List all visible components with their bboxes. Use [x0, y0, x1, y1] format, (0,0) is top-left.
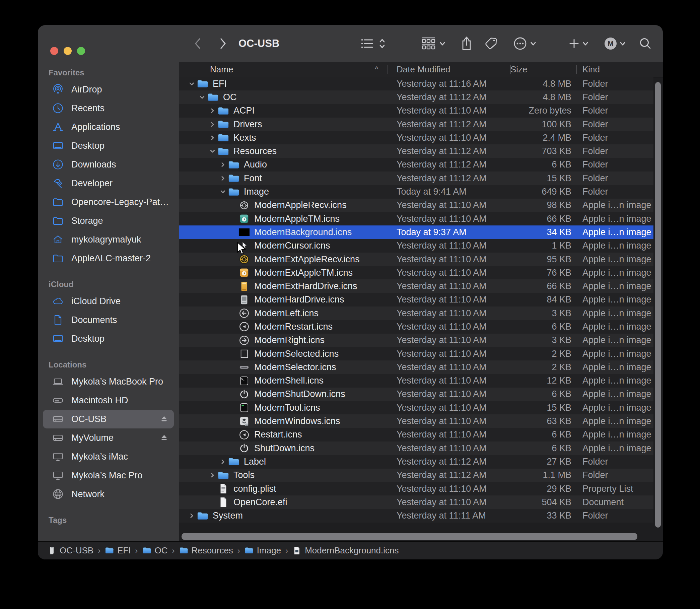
column-header-date-modified[interactable]: Date Modified	[388, 64, 510, 75]
disclosure-closed-icon[interactable]	[218, 459, 228, 465]
back-button[interactable]	[194, 25, 201, 62]
file-row-resources[interactable]: ResourcesYesterday at 11:12 AM703 KBFold…	[179, 144, 653, 158]
file-row-oc[interactable]: OCYesterday at 11:12 AM4.8 MBFolder	[179, 90, 653, 104]
forward-button[interactable]	[220, 25, 227, 62]
sidebar-item-oc-usb[interactable]: OC-USB	[43, 410, 174, 429]
file-row-modernbackground-icns[interactable]: ModernBackground.icnsToday at 9:37 AM34 …	[179, 225, 653, 239]
search-button[interactable]	[639, 25, 652, 62]
file-row-shutdown-icns[interactable]: ShutDown.icnsYesterday at 11:10 AM6 KBAp…	[179, 441, 653, 455]
share-button[interactable]	[461, 25, 472, 62]
sidebar-item-applealc-master-2[interactable]: AppleALC-master-2	[43, 249, 174, 268]
file-row-acpi[interactable]: ACPIYesterday at 11:10 AMZero bytesFolde…	[179, 104, 653, 118]
user-menu-button[interactable]: M	[605, 25, 625, 62]
disclosure-open-icon[interactable]	[187, 81, 197, 87]
file-size: 66 KB	[510, 214, 576, 224]
file-row-modernappletm-icns[interactable]: ModernAppleTM.icnsYesterday at 11:10 AM6…	[179, 212, 653, 225]
file-row-label[interactable]: LabelYesterday at 11:12 AM27 KBFolder	[179, 455, 653, 468]
column-header-kind[interactable]: Kind	[576, 64, 663, 75]
column-header-size[interactable]: Size	[510, 64, 576, 75]
disclosure-closed-icon[interactable]	[218, 176, 228, 181]
file-row-audio[interactable]: AudioYesterday at 11:12 AM6 KBFolder	[179, 158, 653, 172]
file-row-modernselected-icns[interactable]: ModernSelected.icnsYesterday at 11:10 AM…	[179, 347, 653, 361]
file-row-restart-icns[interactable]: Restart.icnsYesterday at 11:10 AM6 KBApp…	[179, 428, 653, 441]
disclosure-open-icon[interactable]	[218, 189, 228, 195]
sidebar-item-downloads[interactable]: Downloads	[43, 155, 174, 174]
disclosure-open-icon[interactable]	[207, 149, 217, 154]
sidebar-item-developer[interactable]: Developer	[43, 174, 174, 193]
file-row-modernextharddrive-icns[interactable]: ModernExtHardDrive.icnsYesterday at 11:1…	[179, 279, 653, 293]
file-row-modernextapplerecv-icns[interactable]: ModernExtAppleRecv.icnsYesterday at 11:1…	[179, 253, 653, 266]
sidebar-item-mykola-s-imac[interactable]: Mykola’s iMac	[43, 447, 174, 466]
sidebar-item-recents[interactable]: Recents	[43, 99, 174, 118]
sidebar-item-desktop[interactable]: Desktop	[43, 136, 174, 155]
sidebar-item-mykolagrymalyuk[interactable]: mykolagrymalyuk	[43, 230, 174, 249]
file-size: 504 KB	[510, 497, 576, 507]
file-row-modernharddrive-icns[interactable]: ModernHardDrive.icnsYesterday at 11:10 A…	[179, 293, 653, 307]
disclosure-open-icon[interactable]	[197, 94, 207, 100]
file-row-modernshell-icns[interactable]: ModernShell.icnsYesterday at 11:10 AM12 …	[179, 374, 653, 387]
file-row-modernwindows-icns[interactable]: ModernWindows.icnsYesterday at 11:10 AM6…	[179, 414, 653, 428]
sidebar-item-myvolume[interactable]: MyVolume	[43, 429, 174, 447]
file-row-font[interactable]: FontYesterday at 11:12 AM15 KBFolder	[179, 172, 653, 185]
view-options-button[interactable]	[361, 25, 385, 62]
file-row-opencore-efi[interactable]: OpenCore.efiYesterday at 11:10 AM504 KBD…	[179, 495, 653, 509]
file-row-moderncursor-icns[interactable]: ModernCursor.icnsYesterday at 11:10 AM1 …	[179, 239, 653, 253]
path-item-image[interactable]: Image	[245, 545, 281, 556]
disclosure-closed-icon[interactable]	[207, 135, 217, 141]
pb-drive-icon	[47, 546, 56, 555]
path-item-resources[interactable]: Resources	[179, 545, 233, 556]
disclosure-closed-icon[interactable]	[207, 108, 217, 114]
minimize-button[interactable]	[64, 47, 72, 55]
sidebar-item-mykola-s-mac-pro[interactable]: Mykola’s Mac Pro	[43, 466, 174, 485]
file-row-tools[interactable]: ToolsYesterday at 11:12 AM1.1 MBFolder	[179, 469, 653, 482]
sidebar-item-applications[interactable]: Applications	[43, 118, 174, 136]
sidebar-item-mykola-s-macbook-pro[interactable]: Mykola’s MacBook Pro	[43, 372, 174, 391]
file-row-efi[interactable]: EFIYesterday at 11:16 AM4.8 MBFolder	[179, 77, 653, 90]
file-row-modernrestart-icns[interactable]: ModernRestart.icnsYesterday at 11:10 AM6…	[179, 320, 653, 333]
eject-icon[interactable]	[158, 415, 170, 423]
sidebar-item-documents[interactable]: Documents	[43, 311, 174, 329]
path-item-oc-usb[interactable]: OC-USB	[47, 545, 93, 556]
disclosure-closed-icon[interactable]	[218, 162, 228, 168]
sidebar-item-macintosh-hd[interactable]: Macintosh HD	[43, 391, 174, 410]
file-row-modernselector-icns[interactable]: ModernSelector.icnsYesterday at 11:10 AM…	[179, 361, 653, 374]
sidebar-item-desktop[interactable]: Desktop	[43, 329, 174, 348]
path-item-efi[interactable]: EFI	[105, 545, 130, 556]
file-name: EFI	[213, 79, 227, 89]
tags-button[interactable]	[485, 25, 499, 62]
file-row-image[interactable]: ImageToday at 9:41 AM649 KBFolder	[179, 185, 653, 198]
new-folder-button[interactable]	[569, 25, 588, 62]
sidebar-item-opencore-legacy-pat[interactable]: Opencore-Legacy-Pat…	[43, 193, 174, 211]
column-divider[interactable]	[510, 65, 511, 74]
file-row-modernright-icns[interactable]: ModernRight.icnsYesterday at 11:10 AM3 K…	[179, 334, 653, 347]
vertical-scrollbar[interactable]	[655, 82, 661, 527]
file-row-modernapplerecv-icns[interactable]: ModernAppleRecv.icnsYesterday at 11:10 A…	[179, 199, 653, 212]
file-row-modernextappletm-icns[interactable]: ModernExtAppleTM.icnsYesterday at 11:10 …	[179, 266, 653, 279]
column-divider[interactable]	[576, 65, 577, 74]
eject-icon[interactable]	[158, 433, 170, 442]
path-item-modernbackground-icns[interactable]: ModernBackground.icns	[292, 545, 399, 556]
file-row-kexts[interactable]: KextsYesterday at 11:10 AM2.4 MBFolder	[179, 131, 653, 144]
more-actions-button[interactable]	[513, 25, 536, 62]
zoom-button[interactable]	[77, 47, 85, 55]
column-header-name[interactable]: Name ^	[179, 64, 388, 75]
horizontal-scrollbar[interactable]	[181, 533, 637, 540]
file-row-drivers[interactable]: DriversYesterday at 11:12 AM100 KBFolder	[179, 118, 653, 131]
disclosure-closed-icon[interactable]	[207, 472, 217, 478]
path-item-oc[interactable]: OC	[142, 545, 168, 556]
column-divider[interactable]	[387, 65, 388, 74]
file-row-modernleft-icns[interactable]: ModernLeft.icnsYesterday at 11:10 AM3 KB…	[179, 307, 653, 320]
sidebar-item-airdrop[interactable]: AirDrop	[43, 80, 174, 99]
group-button[interactable]	[421, 25, 445, 62]
disclosure-closed-icon[interactable]	[207, 122, 217, 127]
file-row-system[interactable]: SystemYesterday at 11:11 AM33 KBFolder	[179, 509, 653, 523]
file-row-modernshutdown-icns[interactable]: ModernShutDown.icnsYesterday at 11:10 AM…	[179, 387, 653, 401]
file-row-config-plist[interactable]: config.plistYesterday at 11:10 AM29 KBPr…	[179, 482, 653, 495]
disclosure-closed-icon[interactable]	[187, 513, 197, 519]
close-button[interactable]	[50, 47, 58, 55]
sidebar-item-network[interactable]: Network	[43, 485, 174, 504]
file-row-moderntool-icns[interactable]: ModernTool.icnsYesterday at 11:10 AM15 K…	[179, 401, 653, 414]
recv-gold-icon	[238, 254, 250, 265]
sidebar-item-icloud-drive[interactable]: iCloud Drive	[43, 292, 174, 311]
sidebar-item-storage[interactable]: Storage	[43, 211, 174, 230]
